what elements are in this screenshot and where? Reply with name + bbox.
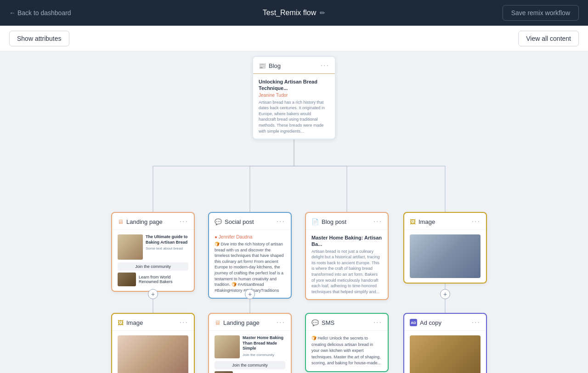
landing2-cta1[interactable]: Join the community <box>215 361 285 369</box>
root-card-title: Unlocking Artisan Bread Technique... <box>259 78 329 92</box>
plus-button-social[interactable]: + <box>245 289 255 299</box>
image1-img <box>410 234 481 278</box>
root-card-menu[interactable]: ··· <box>321 61 329 70</box>
sms-body: 🍞 Hello! Unlock the secrets to creating … <box>306 331 388 371</box>
image1-body <box>404 230 486 283</box>
root-card-body-text: Artisan bread has a rich history that da… <box>259 100 329 134</box>
root-card-header: 📰 Blog ··· <box>253 57 335 74</box>
landing1-type: Landing page <box>126 218 163 225</box>
toolbar: Show attributes View all content <box>0 26 588 51</box>
image1-icon: 🖼 <box>410 218 416 225</box>
social-user: ● Jennifer Daudna <box>215 234 285 239</box>
landing1-card-header: 🖥 Landing page ··· <box>112 213 194 230</box>
back-label: ← Back to dashboard <box>9 9 71 17</box>
landing2-type: Landing page <box>223 319 260 326</box>
social-type: Social post <box>225 218 254 225</box>
social-icon: 💬 <box>215 218 222 225</box>
image2-img <box>118 335 188 373</box>
show-attributes-button[interactable]: Show attributes <box>9 31 69 46</box>
plus-button-landing1[interactable]: + <box>148 289 158 299</box>
sms-type: SMS <box>322 319 334 326</box>
landing1-cta1[interactable]: Join the community <box>118 262 188 271</box>
landing1-headline: The Ultimate guide to Baking Artisan Bre… <box>146 234 188 245</box>
ad-card-header: AD Ad copy ··· <box>404 314 486 331</box>
landing1-icon: 🖥 <box>118 218 124 225</box>
social-body: ● Jennifer Daudna 🍞 Dive into the rich h… <box>209 230 291 298</box>
flow-canvas: + + + 📰 Blog ··· Unlocking Artisan Bread… <box>0 51 588 373</box>
view-all-content-button[interactable]: View all content <box>518 31 579 46</box>
landing2-headline: Master Home Baking Than Bread Made Simpl… <box>243 335 285 351</box>
sms-card-header: 💬 SMS ··· <box>306 314 388 331</box>
root-card-body: Unlocking Artisan Bread Technique... Jea… <box>253 74 335 139</box>
header: ← Back to dashboard Test_Remix flow ✏ Sa… <box>0 0 588 26</box>
blogpost-body: Master Home Baking: Artisan Ba... Artisa… <box>306 230 388 299</box>
landing1-body: The Ultimate guide to Baking Artisan Bre… <box>112 230 194 291</box>
image1-card-header: 🖼 Image ··· <box>404 213 486 230</box>
ad-type: Ad copy <box>420 319 441 326</box>
social-card-header: 💬 Social post ··· <box>209 213 291 230</box>
landing2-icon: 🖥 <box>215 319 220 326</box>
ad-copy-card: AD Ad copy ··· <box>403 313 487 373</box>
social-post-card: 💬 Social post ··· ● Jennifer Daudna 🍞 Di… <box>208 212 292 299</box>
image-2-card: 🖼 Image ··· <box>111 313 195 373</box>
blog-icon: 📰 <box>259 62 266 69</box>
blogpost-text: Artisan bread is not just a culinary del… <box>311 249 382 295</box>
image2-card-header: 🖼 Image ··· <box>112 314 194 331</box>
landing-page-2-card: 🖥 Landing page ··· Master Home Baking Th… <box>208 313 292 373</box>
sms-card: 💬 SMS ··· 🍞 Hello! Unlock the secrets to… <box>305 313 389 372</box>
root-card-author: Jeanine Tudor <box>259 93 329 98</box>
image2-icon: 🖼 <box>118 319 124 326</box>
plus-button-image1[interactable]: + <box>440 289 450 299</box>
ad-menu[interactable]: ··· <box>472 318 481 327</box>
ad-img <box>410 335 481 373</box>
image2-menu[interactable]: ··· <box>180 318 188 327</box>
back-to-dashboard[interactable]: ← Back to dashboard <box>9 9 71 17</box>
social-menu[interactable]: ··· <box>277 217 285 226</box>
landing2-body: Master Home Baking Than Bread Made Simpl… <box>209 331 291 373</box>
landing-page-1-card: 🖥 Landing page ··· The Ultimate guide to… <box>111 212 195 292</box>
sms-menu[interactable]: ··· <box>373 318 382 327</box>
blogpost-type: Blog post <box>322 218 346 225</box>
sms-text: 🍞 Hello! Unlock the secrets to creating … <box>311 335 382 367</box>
blogpost-menu[interactable]: ··· <box>373 217 382 226</box>
image2-body <box>112 331 194 373</box>
landing2-menu[interactable]: ··· <box>277 318 285 327</box>
workflow-title: Test_Remix flow <box>263 9 316 17</box>
ad-icon: AD <box>410 319 417 326</box>
image1-menu[interactable]: ··· <box>472 217 481 226</box>
blogpost-title: Master Home Baking: Artisan Ba... <box>311 234 382 248</box>
image1-type: Image <box>418 218 435 225</box>
save-remix-button[interactable]: Save remix workflow <box>503 5 579 21</box>
blog-post-card: 📄 Blog post ··· Master Home Baking: Arti… <box>305 212 389 300</box>
image-1-card: 🖼 Image ··· <box>403 212 487 284</box>
social-text: 🍞 Dive into the rich history of artisan … <box>215 241 285 293</box>
landing1-menu[interactable]: ··· <box>180 217 188 226</box>
landing2-card-header: 🖥 Landing page ··· <box>209 314 291 331</box>
root-card: 📰 Blog ··· Unlocking Artisan Bread Techn… <box>252 56 336 139</box>
blogpost-icon: 📄 <box>311 218 319 225</box>
root-card-type: Blog <box>269 62 281 69</box>
landing1-desc: Some text about bread <box>146 246 188 251</box>
flow-container: + + + 📰 Blog ··· Unlocking Artisan Bread… <box>0 51 588 373</box>
landing1-cta2: Learn from World Renowned Bakers <box>139 275 188 284</box>
blogpost-card-header: 📄 Blog post ··· <box>306 213 388 230</box>
edit-title-icon[interactable]: ✏ <box>320 9 325 17</box>
ad-body <box>404 331 486 373</box>
sms-icon: 💬 <box>311 319 319 326</box>
header-title-area: Test_Remix flow ✏ <box>263 9 325 17</box>
image2-type: Image <box>126 319 143 326</box>
